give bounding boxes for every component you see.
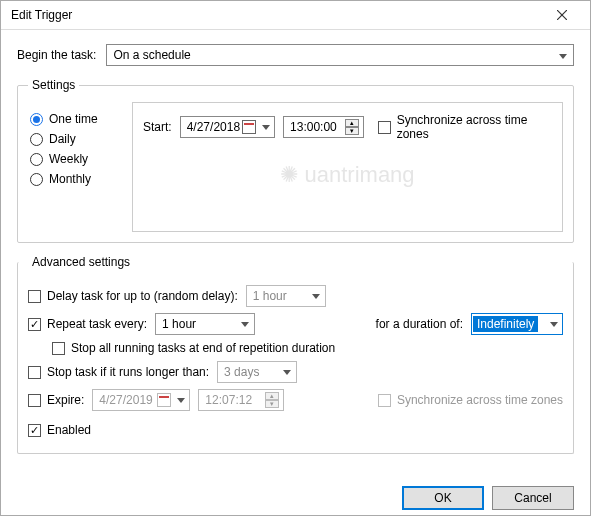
begin-task-value: On a schedule [113,48,190,62]
radio-icon [30,173,43,186]
chevron-down-icon [238,319,252,329]
radio-label: Weekly [49,152,88,166]
duration-value: Indefinitely [473,316,538,332]
stop-long-value: 3 days [224,365,259,379]
checkbox-icon [28,318,41,331]
repeat-dropdown[interactable]: 1 hour [155,313,255,335]
close-icon [557,10,567,20]
chevron-down-icon [546,319,562,329]
checkbox-icon [378,394,391,407]
expire-sync-label: Synchronize across time zones [397,393,563,407]
expire-date-picker: 4/27/2019 [92,389,190,411]
repeat-label: Repeat task every: [47,317,147,331]
advanced-legend: Advanced settings [28,255,134,269]
settings-group: Settings One time Daily Weekly [17,78,574,243]
radio-daily[interactable]: Daily [30,132,120,146]
enabled-checkbox[interactable]: Enabled [28,423,91,437]
ok-button[interactable]: OK [402,486,484,510]
sync-tz-label: Synchronize across time zones [397,113,552,141]
checkbox-icon [28,290,41,303]
chevron-down-icon [280,367,294,377]
delay-label: Delay task for up to (random delay): [47,289,238,303]
enabled-label: Enabled [47,423,91,437]
expire-date-value: 4/27/2019 [99,393,152,407]
chevron-down-icon [555,48,571,62]
chevron-down-icon [260,125,272,130]
sync-tz-checkbox[interactable]: Synchronize across time zones [378,113,552,141]
titlebar: Edit Trigger [1,1,590,30]
radio-icon [30,133,43,146]
start-time-value: 13:00:00 [290,120,337,134]
expire-time-value: 12:07:12 [205,393,252,407]
radio-label: Monthly [49,172,91,186]
radio-one-time[interactable]: One time [30,112,120,126]
checkbox-icon [28,424,41,437]
begin-task-label: Begin the task: [17,48,96,62]
checkbox-icon [378,121,390,134]
repeat-checkbox[interactable]: Repeat task every: [28,317,147,331]
checkbox-icon [52,342,65,355]
dialog-content: Begin the task: On a schedule Settings O… [1,30,590,476]
duration-label: for a duration of: [376,317,463,331]
radio-monthly[interactable]: Monthly [30,172,120,186]
radio-label: One time [49,112,98,126]
spinner-icon: ▴▾ [263,392,281,408]
spinner-icon: ▴▾ [343,119,361,135]
calendar-icon [240,120,258,134]
start-date-value: 4/27/2018 [187,120,240,134]
stop-long-checkbox[interactable]: Stop task if it runs longer than: [28,365,209,379]
delay-checkbox[interactable]: Delay task for up to (random delay): [28,289,238,303]
expire-row: Expire: 4/27/2019 12:07:12 ▴▾ Synchroniz… [28,389,563,411]
expire-label: Expire: [47,393,84,407]
ok-label: OK [434,491,451,505]
radio-weekly[interactable]: Weekly [30,152,120,166]
start-time-picker[interactable]: 13:00:00 ▴▾ [283,116,364,138]
enabled-row: Enabled [28,423,563,437]
stop-repetition-row: Stop all running tasks at end of repetit… [52,341,563,355]
repeat-value: 1 hour [162,317,196,331]
radio-label: Daily [49,132,76,146]
delay-dropdown: 1 hour [246,285,326,307]
begin-task-dropdown[interactable]: On a schedule [106,44,574,66]
edit-trigger-dialog: Edit Trigger Begin the task: On a schedu… [0,0,591,516]
window-title: Edit Trigger [11,8,542,22]
stop-long-label: Stop task if it runs longer than: [47,365,209,379]
dialog-footer: OK Cancel [1,476,590,516]
duration-dropdown[interactable]: Indefinitely [471,313,563,335]
schedule-detail-panel: Start: 4/27/2018 13:00:00 ▴▾ [132,102,563,232]
stop-repetition-label: Stop all running tasks at end of repetit… [71,341,335,355]
delay-row: Delay task for up to (random delay): 1 h… [28,285,563,307]
stop-repetition-checkbox[interactable]: Stop all running tasks at end of repetit… [52,341,335,355]
radio-icon [30,153,43,166]
radio-icon [30,113,43,126]
start-date-picker[interactable]: 4/27/2018 [180,116,275,138]
watermark: ✺ uantrimang [280,162,414,188]
stop-long-dropdown: 3 days [217,361,297,383]
checkbox-icon [28,394,41,407]
calendar-icon [155,393,173,407]
repeat-row: Repeat task every: 1 hour for a duration… [28,313,563,335]
delay-value: 1 hour [253,289,287,303]
frequency-column: One time Daily Weekly Monthly [28,102,120,232]
advanced-settings-group: Advanced settings Delay task for up to (… [17,255,574,454]
start-label: Start: [143,120,172,134]
chevron-down-icon [175,398,187,403]
expire-checkbox[interactable]: Expire: [28,393,84,407]
chevron-down-icon [309,291,323,301]
checkbox-icon [28,366,41,379]
stop-long-row: Stop task if it runs longer than: 3 days [28,361,563,383]
cancel-label: Cancel [514,491,551,505]
begin-task-row: Begin the task: On a schedule [17,44,574,66]
expire-time-picker: 12:07:12 ▴▾ [198,389,284,411]
settings-legend: Settings [28,78,79,92]
close-button[interactable] [542,1,582,29]
cancel-button[interactable]: Cancel [492,486,574,510]
expire-sync-checkbox: Synchronize across time zones [378,393,563,407]
